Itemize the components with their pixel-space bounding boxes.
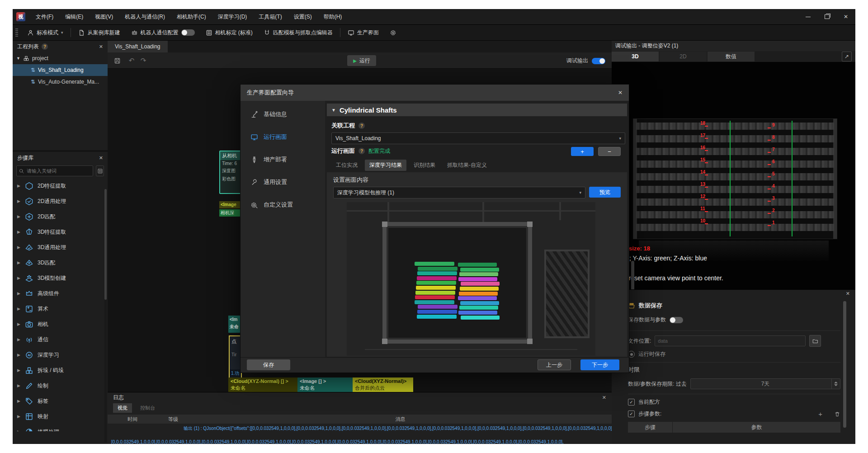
dialog-nav-2[interactable]: 增产部署 bbox=[241, 153, 325, 166]
menu-item-2[interactable]: 视图(V) bbox=[89, 9, 119, 24]
retention-spinbox[interactable]: 7天 bbox=[690, 378, 840, 389]
step-category-3[interactable]: ▶3D特征提取 bbox=[13, 224, 108, 240]
port-type-tag-1[interactable]: <Image [] >未命名 bbox=[297, 378, 354, 393]
menu-item-5[interactable]: 深度学习(D) bbox=[212, 9, 253, 24]
expand-icon[interactable]: ▶ bbox=[17, 307, 21, 311]
3d-viewport[interactable]: 181716151413121110987654321 ist 1: size:… bbox=[612, 62, 855, 289]
camera-step-node[interactable]: 从相机 Time: 6 深度图 彩色图 bbox=[219, 151, 243, 194]
expand-icon[interactable]: ▶ bbox=[17, 214, 21, 219]
expand-icon[interactable]: ▶ bbox=[17, 414, 21, 419]
dialog-nav-3[interactable]: 通用设置 bbox=[241, 176, 325, 189]
dialog-nav-4[interactable]: 自定义设置 bbox=[241, 198, 325, 211]
browse-folder-button[interactable] bbox=[809, 335, 821, 347]
chevron-down-icon[interactable]: ▼ bbox=[16, 56, 20, 61]
help-icon[interactable]: ? bbox=[359, 148, 365, 154]
node-footer-link[interactable]: 1.功 bbox=[230, 369, 241, 378]
add-param-button[interactable]: + bbox=[818, 410, 822, 418]
debug-tab-3d[interactable]: 3D bbox=[612, 52, 659, 61]
expand-icon[interactable]: ▶ bbox=[17, 322, 21, 326]
drag-handle[interactable] bbox=[15, 28, 18, 37]
menu-item-7[interactable]: 设置(S) bbox=[288, 9, 318, 24]
spinner-arrows[interactable] bbox=[831, 379, 840, 389]
toolbar-button-1[interactable]: 机器人通信配置 bbox=[126, 24, 200, 41]
close-icon[interactable]: ✕ bbox=[99, 155, 103, 161]
expand-icon[interactable]: ▶ bbox=[17, 383, 21, 388]
step-category-9[interactable]: ▶相机 bbox=[13, 316, 108, 332]
linked-project-select[interactable]: Vis_Shaft_Loading ▾ bbox=[331, 132, 625, 144]
step-category-4[interactable]: ▶3D通用处理 bbox=[13, 240, 108, 255]
close-icon[interactable]: ✕ bbox=[618, 90, 623, 96]
log-tab-1[interactable]: 控制台 bbox=[136, 403, 160, 413]
close-icon[interactable]: ✕ bbox=[602, 395, 606, 401]
save-project-button[interactable] bbox=[112, 56, 122, 66]
previous-step-button[interactable]: 上一步 bbox=[538, 359, 571, 370]
remove-screen-button[interactable]: − bbox=[598, 147, 621, 156]
expand-icon[interactable]: ▶ bbox=[17, 291, 21, 296]
log-tab-0[interactable]: 视觉 bbox=[113, 403, 132, 413]
run-button[interactable]: ▶ 运行 bbox=[347, 55, 376, 66]
help-icon[interactable]: ? bbox=[42, 43, 48, 50]
step-category-5[interactable]: ▶3D匹配 bbox=[13, 255, 108, 270]
run-screen-tab-0[interactable]: 工位实况 bbox=[331, 160, 362, 171]
step-category-7[interactable]: ▶高级组件 bbox=[13, 286, 108, 301]
step-category-2[interactable]: ▶2D匹配 bbox=[13, 209, 108, 224]
file-location-input[interactable] bbox=[655, 335, 806, 346]
debug-tab-数值[interactable]: 数值 bbox=[708, 52, 755, 61]
menu-item-1[interactable]: 编辑(E) bbox=[59, 9, 89, 24]
expand-icon[interactable]: ▶ bbox=[17, 245, 21, 250]
help-icon[interactable]: ? bbox=[359, 123, 365, 129]
menu-item-8[interactable]: 帮助(H) bbox=[318, 9, 348, 24]
toolbar-button-3[interactable]: 匹配模板与抓取点编辑器 bbox=[258, 24, 338, 41]
run-screen-tab-2[interactable]: 识别结果 bbox=[409, 160, 440, 171]
document-tab[interactable]: Vis_Shaft_Loading bbox=[108, 41, 168, 52]
debug-tab-2d[interactable]: 2D bbox=[660, 52, 707, 61]
step-category-12[interactable]: ▶拆垛 / 码垛 bbox=[13, 363, 108, 378]
step-category-13[interactable]: ▶绘制 bbox=[13, 378, 108, 393]
undo-button[interactable]: ↶ bbox=[127, 56, 137, 66]
dialog-titlebar[interactable]: 生产界面配置向导 ✕ bbox=[241, 85, 629, 101]
step-category-8[interactable]: ▶算术 bbox=[13, 301, 108, 316]
current-recipe-checkbox[interactable]: ✓ bbox=[628, 399, 635, 406]
project-item-1[interactable]: ⇅Vis_Auto-Generate_Ma... bbox=[13, 76, 108, 88]
project-item-0[interactable]: ⇅Vis_Shaft_Loading bbox=[13, 64, 108, 76]
dialog-nav-0[interactable]: 基础信息 bbox=[241, 108, 325, 121]
menu-item-3[interactable]: 机器人与通信(R) bbox=[119, 9, 171, 24]
step-panel-toggle-button[interactable] bbox=[96, 165, 104, 176]
step-category-6[interactable]: ▶3D模型创建 bbox=[13, 270, 108, 286]
menu-item-0[interactable]: 文件(F) bbox=[30, 9, 59, 24]
expand-icon[interactable]: ▶ bbox=[17, 353, 21, 357]
toolbar-button-0[interactable]: 从案例库新建 bbox=[73, 24, 126, 41]
minimize-button[interactable] bbox=[798, 9, 817, 24]
step-category-1[interactable]: ▶2D通用处理 bbox=[13, 193, 108, 209]
step-category-14[interactable]: ▶标签 bbox=[13, 393, 108, 409]
expand-icon[interactable]: ▶ bbox=[17, 429, 21, 431]
run-screen-tab-3[interactable]: 抓取结果-自定义 bbox=[443, 160, 491, 171]
trash-icon[interactable] bbox=[834, 411, 840, 417]
step-category-16[interactable]: ▶掩膜处理 bbox=[13, 424, 108, 431]
save-data-toggle[interactable] bbox=[670, 317, 683, 323]
content-select[interactable]: 深度学习模型包推理 (1) ▾ bbox=[333, 187, 585, 198]
expand-icon[interactable]: ▶ bbox=[17, 276, 21, 280]
maximize-button[interactable] bbox=[817, 9, 836, 24]
expand-icon[interactable]: ▶ bbox=[17, 260, 21, 265]
step-category-11[interactable]: ▶AI深度学习 bbox=[13, 347, 108, 363]
section-header[interactable]: ▼ Cylindrical Shafts bbox=[327, 104, 627, 116]
save-button[interactable]: 保存 bbox=[247, 359, 290, 370]
next-step-button[interactable]: 下一步 bbox=[580, 359, 619, 370]
viewport-scrollbar[interactable] bbox=[631, 261, 634, 289]
step-search-input[interactable] bbox=[16, 165, 93, 176]
step-category-10[interactable]: ▶通信 bbox=[13, 332, 108, 347]
expand-icon[interactable]: ▶ bbox=[17, 184, 21, 188]
expand-icon[interactable]: ▶ bbox=[17, 337, 21, 342]
panel-scrollbar[interactable] bbox=[843, 301, 846, 428]
preview-button[interactable]: 预览 bbox=[589, 187, 621, 198]
robot-comm-toggle[interactable] bbox=[181, 29, 195, 36]
step-category-15[interactable]: ▶映射 bbox=[13, 409, 108, 424]
step-list-scrollbar[interactable] bbox=[104, 189, 107, 442]
port-type-tag-0[interactable]: <Cloud(XYZ-Normal) [] >未命名 bbox=[228, 378, 299, 393]
port-type-tag-2[interactable]: <Cloud(XYZ-Normal)>合并后的点云 bbox=[353, 378, 413, 393]
toolbar-button-4[interactable]: 生产界面 bbox=[342, 24, 384, 41]
redo-button[interactable]: ↷ bbox=[138, 56, 148, 66]
mode-selector[interactable]: 标准模式 ▾ bbox=[22, 24, 69, 41]
settings-gear-button[interactable] bbox=[384, 24, 402, 41]
